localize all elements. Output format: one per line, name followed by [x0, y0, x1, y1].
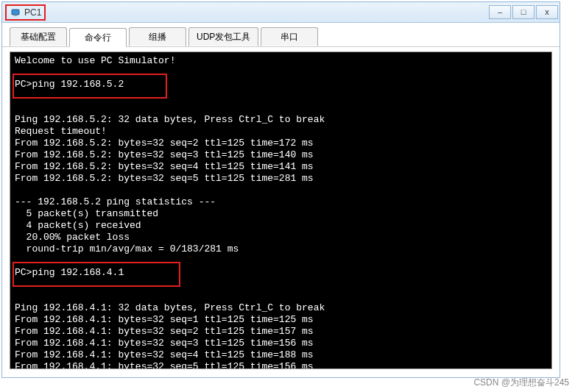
minimize-button[interactable]: –: [489, 5, 511, 19]
tab-serial[interactable]: 串口: [261, 27, 318, 46]
tabs-row: 基础配置 命令行 组播 UDP发包工具 串口: [2, 23, 560, 47]
tab-multicast[interactable]: 组播: [129, 27, 186, 46]
watermark-text: CSDN @为理想奋斗245: [473, 377, 569, 389]
terminal-output[interactable]: Welcome to use PC Simulator! PC>ping 192…: [10, 51, 552, 369]
svg-rect-1: [14, 15, 17, 16]
tab-basic-config[interactable]: 基础配置: [10, 27, 67, 46]
title-bar: PC1 – □ x: [2, 2, 560, 23]
close-button[interactable]: x: [536, 5, 558, 19]
svg-rect-0: [12, 10, 19, 15]
tab-udp-tool[interactable]: UDP发包工具: [188, 27, 258, 46]
app-icon: [10, 7, 21, 18]
window-title: PC1: [24, 7, 41, 18]
window-controls: – □ x: [487, 5, 558, 19]
highlight-box-2: [13, 262, 180, 287]
tab-cmd-line[interactable]: 命令行: [69, 28, 127, 47]
app-window: PC1 – □ x 基础配置 命令行 组播 UDP发包工具 串口 Welcome…: [1, 1, 560, 378]
maximize-button[interactable]: □: [512, 5, 535, 19]
title-left: PC1: [2, 4, 46, 21]
title-highlight-box: PC1: [5, 4, 46, 21]
highlight-box-1: [13, 74, 167, 99]
